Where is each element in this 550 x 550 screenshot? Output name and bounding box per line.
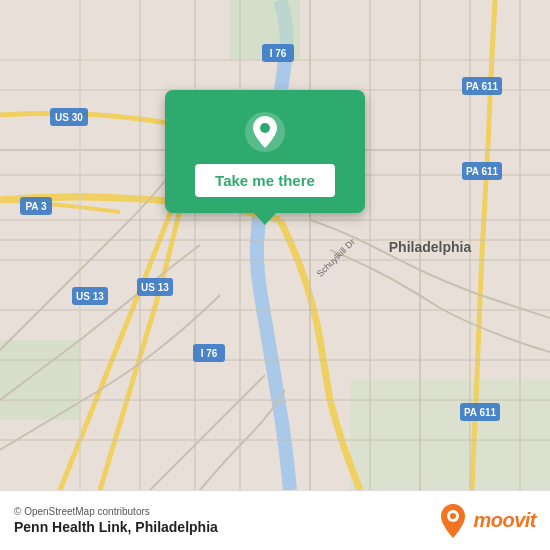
map-area: I 76 US 30 PA 611 PA 611 PA 3 US 13 US 1… <box>0 0 550 490</box>
svg-rect-2 <box>0 340 80 420</box>
location-pin-icon <box>243 110 287 154</box>
svg-text:PA 611: PA 611 <box>466 81 499 92</box>
take-me-there-button[interactable]: Take me there <box>195 164 335 197</box>
svg-text:PA 3: PA 3 <box>25 201 47 212</box>
svg-text:PA 611: PA 611 <box>464 407 497 418</box>
svg-text:Philadelphia: Philadelphia <box>389 239 472 255</box>
svg-point-45 <box>260 123 270 133</box>
osm-attribution: © OpenStreetMap contributors <box>14 506 218 517</box>
svg-text:US 30: US 30 <box>55 112 83 123</box>
location-popup: Take me there <box>165 90 365 213</box>
svg-text:I 76: I 76 <box>270 48 287 59</box>
svg-text:I 76: I 76 <box>201 348 218 359</box>
svg-text:US 13: US 13 <box>141 282 169 293</box>
moovit-pin-icon <box>439 503 467 539</box>
svg-text:PA 611: PA 611 <box>466 166 499 177</box>
bottom-bar: © OpenStreetMap contributors Penn Health… <box>0 490 550 550</box>
moovit-brand-text: moovit <box>473 509 536 532</box>
svg-text:US 13: US 13 <box>76 291 104 302</box>
location-name: Penn Health Link, Philadelphia <box>14 519 218 535</box>
moovit-logo[interactable]: moovit <box>439 503 536 539</box>
svg-point-47 <box>450 513 456 519</box>
location-info: © OpenStreetMap contributors Penn Health… <box>14 506 218 535</box>
